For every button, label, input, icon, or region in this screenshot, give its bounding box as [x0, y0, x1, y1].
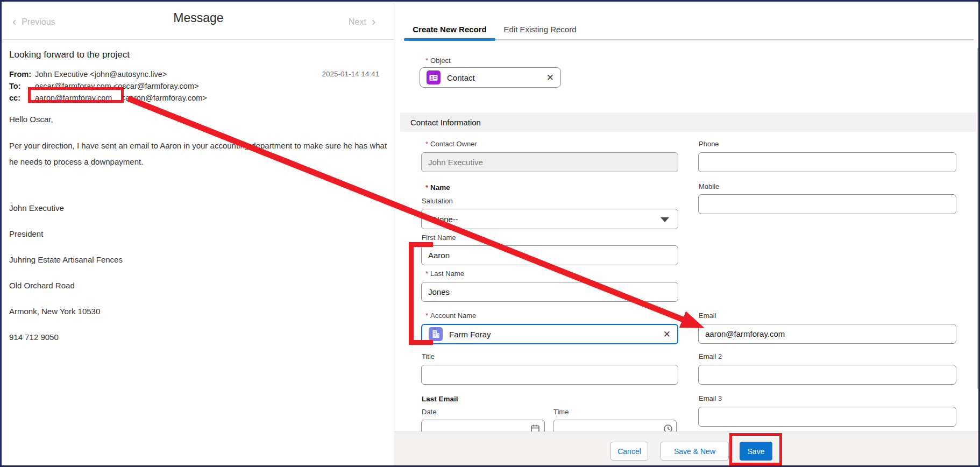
form-footer-bar: Cancel Save & New Save — [394, 431, 980, 467]
clear-account-icon[interactable]: ✕ — [663, 329, 671, 340]
required-marker: * — [425, 270, 428, 278]
email-label: Email — [699, 312, 716, 320]
email-to-value: oscar@farmforay.com <oscar@farmforay.com… — [35, 81, 198, 91]
account-name-label: *Account Name — [425, 312, 476, 320]
previous-button[interactable]: ‹ Previous — [12, 17, 55, 27]
email-header-divider — [3, 39, 394, 40]
required-marker: * — [425, 140, 428, 148]
email-timestamp: 2025-01-14 14:41 — [260, 69, 379, 80]
last-name-label: *Last Name — [425, 270, 464, 278]
cancel-button[interactable]: Cancel — [610, 442, 648, 461]
last-email-group-label: Last Email — [422, 395, 458, 403]
contact-object-icon — [427, 70, 441, 84]
active-tab-underline — [404, 38, 495, 41]
email-from-value: John Executive <john@autosync.live> — [35, 69, 167, 80]
title-label: Title — [422, 352, 435, 360]
account-object-icon — [429, 327, 443, 341]
next-button[interactable]: Next › — [349, 17, 375, 27]
signature-line: 914 712 9050 — [9, 324, 123, 350]
mobile-input[interactable] — [698, 194, 956, 214]
tab-edit-existing-record[interactable]: Edit Existing Record — [495, 25, 585, 34]
signature-line: Old Orchard Road — [9, 273, 123, 299]
mobile-label: Mobile — [699, 182, 719, 190]
email-from-row: From: — [9, 69, 31, 80]
previous-label: Previous — [22, 17, 55, 27]
salutation-select[interactable]: --None-- — [421, 209, 678, 229]
date-label: Date — [422, 408, 436, 416]
section-header: Contact Information — [400, 112, 976, 132]
cc-label: cc: — [9, 94, 20, 102]
cc-highlighted-address: aaron@farmforay.com — [35, 94, 112, 102]
chevron-right-icon: › — [372, 18, 375, 26]
email-paragraph: Per your direction, I have sent an email… — [9, 138, 389, 170]
email-cc-value: aaron@farmforay.com <aaron@farmforay.com… — [35, 93, 207, 103]
account-name-value: Farm Foray — [449, 330, 657, 339]
signature-line: John Executive — [9, 195, 123, 221]
page-title: Message — [3, 11, 394, 25]
required-marker: * — [425, 56, 428, 65]
salutation-label: Salutation — [422, 197, 453, 205]
panel-divider — [394, 3, 394, 467]
account-name-lookup-field[interactable]: Farm Foray ✕ — [421, 324, 678, 344]
last-name-input[interactable] — [421, 282, 678, 302]
next-label: Next — [349, 17, 366, 27]
app-window: Message ‹ Previous Next › Looking forwar… — [0, 0, 980, 467]
email-input[interactable] — [698, 324, 956, 344]
signature-line: Armonk, New York 10530 — [9, 299, 123, 324]
contact-owner-label: *Contact Owner — [425, 140, 477, 148]
object-value: Contact — [447, 73, 540, 82]
save-button[interactable]: Save — [740, 442, 772, 461]
salutation-value: --None-- — [428, 215, 458, 224]
first-name-input[interactable] — [421, 245, 678, 265]
email-subject: Looking forward to the project — [9, 49, 130, 60]
email-signature: John Executive President Juhring Estate … — [9, 195, 123, 350]
email-greeting: Hello Oscar, — [9, 115, 53, 124]
email-cc-row: cc: — [9, 93, 20, 103]
email2-input[interactable] — [698, 365, 956, 385]
email2-label: Email 2 — [699, 352, 722, 360]
form-scrollbar[interactable] — [977, 48, 979, 389]
object-lookup-field[interactable]: Contact ✕ — [420, 67, 561, 88]
first-name-label: First Name — [422, 234, 456, 242]
cc-remainder-address: <aaron@farmforay.com> — [120, 94, 207, 102]
chevron-left-icon: ‹ — [12, 18, 16, 26]
name-fields-bracket-annotation — [409, 242, 414, 345]
clear-object-icon[interactable]: ✕ — [546, 72, 554, 83]
signature-line: Juhring Estate Artisanal Fences — [9, 247, 123, 273]
from-label: From: — [9, 70, 31, 79]
tab-create-new-record[interactable]: Create New Record — [404, 25, 495, 34]
required-marker: * — [425, 183, 428, 192]
contact-owner-input — [421, 152, 678, 172]
required-marker: * — [425, 312, 428, 320]
phone-label: Phone — [699, 140, 719, 148]
object-field-label: *Object — [425, 56, 451, 65]
name-group-label: *Name — [425, 183, 450, 192]
email3-label: Email 3 — [699, 394, 722, 402]
phone-input[interactable] — [698, 152, 956, 172]
save-and-new-button[interactable]: Save & New — [661, 442, 729, 461]
time-label: Time — [553, 408, 569, 416]
email3-input[interactable] — [698, 407, 956, 427]
chevron-down-icon — [661, 217, 669, 222]
signature-line: President — [9, 221, 123, 247]
tab-bar-divider — [495, 39, 974, 40]
title-input[interactable] — [421, 365, 678, 385]
email-to-row: To: — [9, 81, 20, 91]
to-label: To: — [9, 82, 20, 90]
